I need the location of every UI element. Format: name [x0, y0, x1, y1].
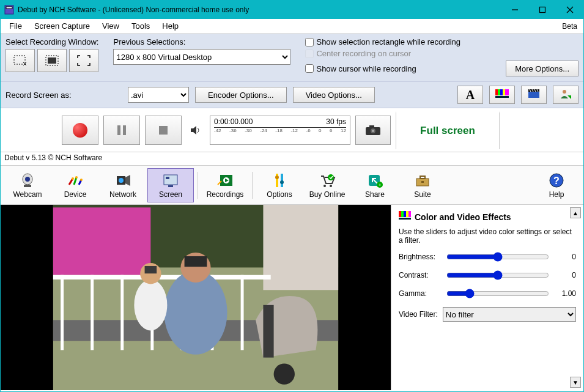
speaker-icon	[190, 125, 202, 135]
snapshot-button[interactable]	[355, 116, 391, 145]
help-icon: ?	[548, 172, 565, 189]
maximize-button[interactable]	[528, 1, 556, 19]
app-icon	[4, 5, 14, 15]
share-icon: +	[366, 172, 383, 189]
menu-help[interactable]: Help	[156, 20, 185, 32]
svg-rect-82	[406, 211, 408, 217]
svg-point-33	[80, 179, 83, 181]
select-fullscreen-button[interactable]	[69, 49, 98, 72]
svg-point-70	[164, 270, 227, 354]
svg-rect-81	[404, 211, 406, 217]
brightness-value: 0	[554, 253, 576, 261]
svg-point-20	[563, 90, 566, 94]
contrast-value: 0	[554, 271, 576, 279]
svg-point-35	[119, 178, 124, 183]
svg-point-73	[134, 279, 167, 330]
menubar: File Screen Capture View Tools Help Beta	[1, 19, 583, 34]
svg-rect-10	[48, 57, 56, 64]
beta-label[interactable]: Beta	[562, 22, 581, 31]
svg-rect-18	[528, 92, 539, 98]
show-cursor-checkbox[interactable]: Show cursor while recording	[305, 64, 416, 73]
brightness-slider[interactable]	[446, 252, 549, 262]
toolbar-suite[interactable]: Suite	[399, 168, 446, 202]
svg-rect-52	[420, 176, 425, 179]
color-bars-button[interactable]	[489, 86, 515, 104]
gamma-slider[interactable]	[446, 289, 549, 298]
svg-rect-15	[503, 89, 505, 95]
svg-rect-14	[500, 89, 503, 95]
pause-button[interactable]	[103, 116, 140, 145]
stop-icon	[158, 125, 169, 136]
menu-file[interactable]: File	[3, 20, 28, 32]
contrast-slider[interactable]	[446, 270, 549, 280]
transport-bar: 0:00:00.000 30 fps -42-36-30-24-18-12-60…	[1, 108, 583, 152]
select-rectangle-button[interactable]	[6, 49, 35, 72]
person-select-button[interactable]	[553, 86, 578, 104]
close-button[interactable]	[556, 1, 583, 19]
device-icon	[67, 172, 84, 189]
svg-point-43	[275, 176, 279, 179]
clapperboard-icon	[527, 88, 541, 102]
svg-rect-13	[498, 89, 500, 95]
toolbar-options[interactable]: Options	[256, 168, 303, 202]
svg-point-44	[280, 180, 284, 184]
preview-pane	[1, 205, 391, 390]
record-as-label: Record Screen as:	[6, 91, 122, 100]
svg-point-27	[372, 130, 374, 132]
center-cursor-checkbox: Center recording on cursor	[305, 49, 578, 58]
previous-selections-select[interactable]: 1280 x 800 Virtual Desktop	[113, 49, 290, 65]
toolbar-buy[interactable]: Buy Online	[304, 168, 350, 202]
show-rect-checkbox[interactable]: Show selection rectangle while recording	[305, 37, 578, 46]
svg-rect-21	[117, 125, 120, 135]
record-button[interactable]	[62, 116, 98, 145]
buy-icon	[319, 172, 336, 189]
svg-rect-62	[61, 275, 64, 350]
toolbar-share[interactable]: + Share	[352, 168, 398, 202]
toolbar-network[interactable]: Network	[100, 168, 146, 202]
svg-rect-84	[399, 218, 411, 220]
format-panel: Record Screen as: .avi Encoder Options..…	[1, 82, 583, 108]
capture-mode-display[interactable]: Full screen	[396, 111, 500, 149]
text-overlay-button[interactable]: A	[457, 86, 483, 104]
svg-rect-53	[421, 181, 424, 183]
svg-rect-22	[123, 125, 126, 135]
timecode-value: 0:00:00.000	[214, 117, 253, 126]
gamma-row: Gamma: 1.00	[399, 289, 576, 298]
toolbar-help[interactable]: ? Help	[533, 168, 580, 202]
video-filter-label: Video Filter:	[399, 310, 438, 319]
toolbar-recordings[interactable]: Recordings	[202, 168, 248, 202]
svg-rect-16	[505, 89, 509, 95]
clapperboard-button[interactable]	[521, 86, 547, 104]
svg-rect-64	[120, 275, 124, 350]
minimize-button[interactable]	[501, 1, 528, 19]
effects-scroll-down[interactable]: ▼	[570, 377, 581, 388]
toolbar-webcam[interactable]: Webcam	[4, 168, 51, 202]
titlebar: Debut by NCH Software - (Unlicensed) Non…	[1, 1, 583, 19]
stop-button[interactable]	[145, 116, 182, 145]
video-options-button[interactable]: Video Options...	[293, 87, 375, 103]
timeline-display: 0:00:00.000 30 fps -42-36-30-24-18-12-60…	[210, 116, 350, 145]
toolbar-device[interactable]: Device	[52, 168, 98, 202]
menu-tools[interactable]: Tools	[125, 20, 156, 32]
main-toolbar: Webcam Device Network Screen Recordings …	[1, 166, 583, 205]
svg-rect-36	[164, 175, 177, 185]
effects-scroll-up[interactable]: ▲	[570, 207, 581, 218]
format-select[interactable]: .avi	[128, 87, 189, 103]
gamma-label: Gamma:	[399, 289, 442, 298]
toolbar-screen[interactable]: Screen	[147, 168, 194, 202]
audio-level-icon[interactable]	[187, 116, 205, 145]
gamma-value: 1.00	[554, 289, 576, 298]
select-window-button[interactable]	[37, 49, 67, 72]
more-options-button[interactable]: More Options...	[506, 61, 578, 76]
video-filter-select[interactable]: No filter	[443, 307, 576, 322]
menu-screen-capture[interactable]: Screen Capture	[28, 20, 96, 32]
svg-rect-63	[91, 275, 94, 350]
svg-rect-3	[539, 7, 545, 13]
svg-rect-68	[241, 275, 244, 350]
svg-text:+: +	[379, 182, 382, 188]
encoder-options-button[interactable]: Encoder Options...	[195, 87, 287, 103]
menu-view[interactable]: View	[96, 20, 125, 32]
svg-rect-30	[24, 185, 31, 187]
effects-desc: Use the sliders to adjust video color se…	[399, 227, 576, 245]
window-title: Debut by NCH Software - (Unlicensed) Non…	[18, 6, 501, 14]
